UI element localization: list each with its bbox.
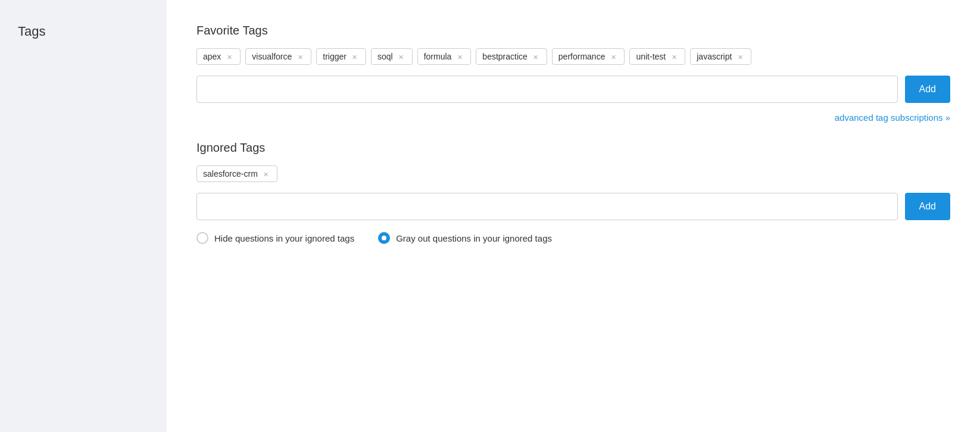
favorite-tag-chip: performance	[552, 48, 625, 65]
tag-label: formula	[424, 52, 452, 61]
tag-remove-button[interactable]	[455, 52, 464, 61]
favorite-tag-input[interactable]	[196, 76, 898, 103]
favorite-tags-section: Favorite Tags apexvisualforcetriggersoql…	[196, 24, 950, 123]
tag-remove-button[interactable]	[608, 52, 618, 61]
tag-label: performance	[558, 52, 606, 61]
favorite-tag-chip: apex	[196, 48, 241, 65]
favorite-tags-list: apexvisualforcetriggersoqlformulabestpra…	[196, 48, 950, 65]
ignored-tags-section: Ignored Tags salesforce-crm Add Hide que…	[196, 141, 950, 244]
ignored-tag-add-button[interactable]: Add	[905, 193, 950, 220]
tag-remove-button[interactable]	[531, 52, 541, 61]
close-icon	[298, 52, 303, 61]
tag-remove-button[interactable]	[669, 52, 679, 61]
ignored-tag-chip: salesforce-crm	[196, 165, 277, 182]
ignored-tags-list: salesforce-crm	[196, 165, 950, 182]
tag-label: soql	[377, 52, 393, 61]
close-icon	[672, 52, 677, 61]
radio-option[interactable]: Hide questions in your ignored tags	[196, 232, 354, 244]
tag-remove-button[interactable]	[350, 52, 360, 61]
close-icon	[738, 52, 743, 61]
ignored-tags-title: Ignored Tags	[196, 141, 950, 155]
close-icon	[398, 52, 404, 61]
favorite-tags-input-row: Add	[196, 76, 950, 103]
close-icon	[457, 52, 463, 61]
close-icon	[227, 52, 232, 61]
radio-label: Hide questions in your ignored tags	[214, 233, 354, 243]
tag-label: salesforce-crm	[203, 169, 258, 179]
radio-option[interactable]: Gray out questions in your ignored tags	[378, 232, 552, 244]
tag-remove-button[interactable]	[735, 52, 745, 61]
radio-group: Hide questions in your ignored tagsGray …	[196, 232, 950, 244]
tag-label: javascript	[697, 52, 732, 61]
tag-label: bestpractice	[482, 52, 527, 61]
radio-label: Gray out questions in your ignored tags	[396, 233, 552, 243]
tag-label: visualforce	[252, 52, 292, 61]
tag-label: unit-test	[636, 52, 666, 61]
close-icon	[611, 52, 616, 61]
tag-remove-button[interactable]	[295, 52, 305, 61]
ignored-tags-input-row: Add	[196, 193, 950, 220]
favorite-tag-chip: visualforce	[245, 48, 311, 65]
tag-remove-button[interactable]	[261, 169, 271, 179]
favorite-tag-chip: javascript	[690, 48, 751, 65]
favorite-tag-chip: trigger	[316, 48, 366, 65]
favorite-tags-title: Favorite Tags	[196, 24, 950, 37]
favorite-tag-add-button[interactable]: Add	[905, 76, 950, 103]
radio-checked-icon	[378, 232, 390, 244]
radio-unchecked-icon	[196, 232, 208, 244]
main-content: Favorite Tags apexvisualforcetriggersoql…	[167, 0, 980, 432]
sidebar-title: Tags	[18, 24, 45, 39]
ignored-tag-input[interactable]	[196, 193, 898, 220]
close-icon	[352, 52, 357, 61]
close-icon	[263, 170, 269, 178]
favorite-tag-chip: bestpractice	[476, 48, 547, 65]
favorite-tag-chip: formula	[417, 48, 472, 65]
favorite-tag-chip: soql	[371, 48, 413, 65]
tag-label: apex	[203, 52, 221, 61]
tag-remove-button[interactable]	[224, 52, 234, 61]
close-icon	[533, 52, 538, 61]
tag-remove-button[interactable]	[397, 52, 406, 61]
tag-label: trigger	[323, 52, 347, 61]
advanced-tag-subscriptions-link[interactable]: advanced tag subscriptions »	[835, 112, 950, 123]
sidebar: Tags	[0, 0, 167, 432]
favorite-tag-chip: unit-test	[629, 48, 685, 65]
advanced-link-container: advanced tag subscriptions »	[196, 112, 950, 123]
